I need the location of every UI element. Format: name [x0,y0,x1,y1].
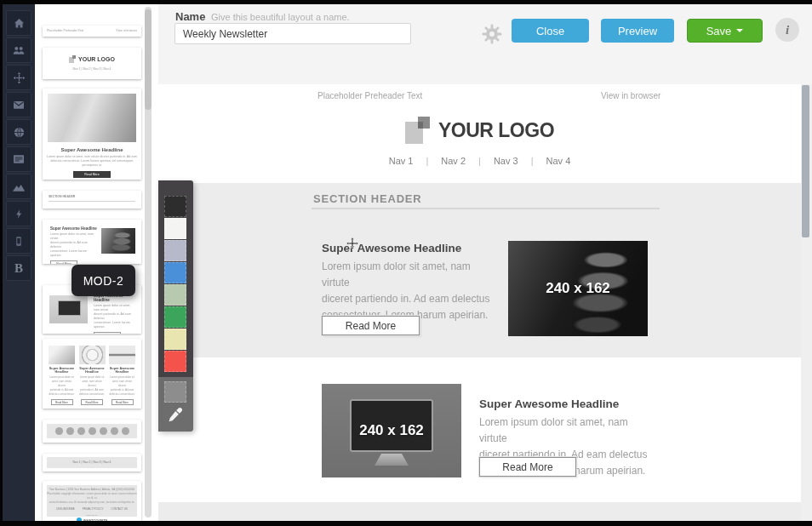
social-icon [66,427,74,435]
thumb-preheader-right: View in browser [116,29,137,33]
color-swatch-gray[interactable] [164,381,186,403]
thumb-footer-contact: CONTACT US [112,507,128,512]
email-section-3[interactable] [158,502,801,521]
color-palette [158,180,193,432]
module1-image-label: 240 x 162 [546,280,610,297]
thumb-3col-readmore-2: Read More [81,399,103,405]
email-header-section[interactable]: Placeholder Preheader Text View in brows… [158,84,801,183]
color-swatch-cream[interactable] [164,329,186,350]
email-preheader-text[interactable]: Placeholder Preheader Text [317,91,422,100]
save-button[interactable]: Save [687,19,763,43]
email-section-2[interactable]: 240 x 162 Super Awesome Headline Lorem i… [158,357,801,502]
thumb-social-module[interactable] [43,420,141,443]
thumb-hero-readmore: Read More [73,171,111,178]
color-swatch-black[interactable] [164,196,186,217]
thumb-logo-nav: Nav 1 | Nav 2 | Nav 3 | Nav 4 [43,67,141,71]
section-header-rule [312,208,660,209]
module2-readmore-button[interactable]: Read More [479,457,576,477]
thumb-logo-module[interactable]: YOUR LOGO Nav 1 | Nav 2 | Nav 3 | Nav 4 [43,48,141,79]
thumb-hero-module[interactable]: Super Awesome Headline Lorem ipsum dolor… [43,89,141,180]
section-header-title[interactable]: SECTION HEADER [313,192,422,205]
move-icon[interactable] [6,65,31,90]
email-nav-link[interactable]: Nav 1 [389,156,414,166]
logo-mark-icon [405,117,432,144]
close-button[interactable]: Close [512,19,589,43]
social-icon [122,427,129,435]
module1-readmore-button[interactable]: Read More [322,316,420,335]
email-logo-row[interactable]: YOUR LOGO [158,117,801,144]
email-nav-link[interactable]: Nav 2 [441,156,466,166]
layout-name-input[interactable] [174,23,411,44]
thumb-hero-image [48,94,136,142]
thumb-logo-mark [69,55,76,63]
email-section-1[interactable]: SECTION HEADER Super Awesome Headline Lo… [158,183,801,357]
color-swatch-sage[interactable] [164,284,186,306]
globe-icon[interactable] [6,119,31,145]
social-icon [55,427,63,435]
chart-icon[interactable] [6,174,31,199]
home-icon[interactable] [6,10,31,36]
thumbnail-panel-scrollbar-thumb[interactable] [145,9,152,110]
thumb-3col-readmore-1: Read More [51,399,73,405]
bolt-icon[interactable] [6,201,31,226]
nav-divider: | [426,156,428,166]
module1-headline[interactable]: Super Awesome Headline [322,242,461,254]
email-nav-row: Nav 1 | Nav 2 | Nav 3 | Nav 4 [158,156,801,166]
color-swatch-blue[interactable] [164,262,186,283]
thumb-preheader-left: Placeholder Preheader Text [47,29,83,33]
color-swatch-green[interactable] [164,306,186,328]
thumb-section-header-module[interactable]: SECTION HEADER [43,191,141,209]
info-button[interactable]: i [775,18,799,42]
email-nav-link[interactable]: Nav 4 [546,156,571,166]
thumb-mod1-line1: Lorem ipsum dolor sit amet, nam virtute [50,232,97,241]
thumb-footer-unsubscribe: UNSUBSCRIBE [56,507,75,512]
thumb-3col-module[interactable]: Super AwesomeHeadline Lorem ipsum dolor … [43,339,141,409]
thumb-3col-image-2 [79,346,106,364]
module1-body-line: diceret partiendo in. Ad eam delectus [322,291,500,307]
thumb-nav-module[interactable]: Nav 1 | Nav 2 | Nav 3 | Nav 4 [43,454,141,472]
thumb-section-title: SECTION HEADER [49,195,75,199]
users-icon[interactable] [6,37,31,63]
bold-text-icon[interactable]: B [6,255,31,281]
canvas-scrollbar-thumb[interactable] [802,85,809,237]
thumb-3col-readmore-3: Read More [112,399,134,405]
color-swatch-white[interactable] [164,218,186,239]
icon-rail: B [3,4,35,521]
thumb-mod1-headline: Super Awesome Headline [50,226,97,231]
mobile-icon[interactable] [6,228,31,254]
module1-body-line: Lorem ipsum dolor sit amet, nam virtute [322,259,500,291]
thumb-mod2-image [49,295,88,323]
save-label: Save [706,25,732,37]
module2-headline[interactable]: Super Awesome Headline [479,397,619,410]
color-swatch-lavender[interactable] [164,240,186,261]
thumb-mod1-image [101,228,135,254]
thumb-footer-module[interactable]: Your Business | 1234 Your Business Addre… [43,481,141,521]
email-nav-link[interactable]: Nav 3 [494,156,518,166]
newsletter-icon[interactable] [6,146,31,172]
module2-image[interactable]: 240 x 162 [322,384,461,477]
thumb-3col-image-1 [49,346,75,364]
module-thumbnail-panel: Placeholder Preheader Text View in brows… [35,4,158,521]
eyedropper-icon[interactable] [167,406,184,423]
name-hint: Give this beautiful layout a name. [211,12,350,22]
thumb-footer-line2: Placeholder copyright information. Lorem… [47,492,137,500]
thumb-3col-image-3 [109,346,135,364]
module1-image[interactable]: 240 x 162 [508,241,648,336]
module1-body[interactable]: Lorem ipsum dolor sit amet, nam virtute … [322,259,500,323]
thumb-mod1-module[interactable]: Super Awesome Headline Lorem ipsum dolor… [43,220,141,264]
color-swatch-red[interactable] [164,351,186,372]
social-icon [77,427,85,435]
thumb-footer-brand-icon [77,517,82,521]
mod2-tooltip: MOD-2 [71,265,135,296]
thumbnail-panel-scrollbar[interactable] [145,7,152,517]
gear-icon[interactable] [482,24,502,44]
module2-body-line: Lorem ipsum dolor sit amet, nam virtute [479,415,658,447]
thumb-preheader-module[interactable]: Placeholder Preheader Text View in brows… [43,26,141,37]
preview-button[interactable]: Preview [601,19,674,43]
thumb-mod1-readmore: Read More [50,260,77,264]
module2-image-label: 240 x 162 [359,422,424,439]
mail-icon[interactable] [6,92,31,117]
color-palette-main [158,180,193,377]
view-in-browser-link[interactable]: View in browser [601,91,660,100]
thumb-mod2-line3: consectetuer. Lorem harum apeirian. [94,321,136,329]
